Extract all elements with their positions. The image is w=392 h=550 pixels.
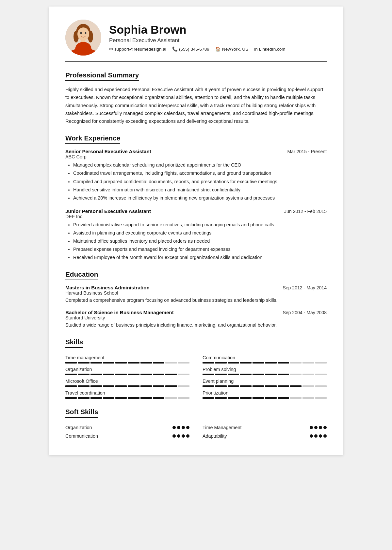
skill-segment (128, 362, 139, 364)
skill-dots (310, 434, 327, 438)
skill-segment (240, 374, 252, 375)
skill-segment (253, 374, 264, 375)
job-header: Senior Personal Executive AssistantMar 2… (65, 149, 327, 154)
edu-date: Sep 2004 - May 2008 (283, 310, 327, 315)
soft-skill-item: Organization (65, 425, 189, 430)
skill-segment (253, 397, 264, 399)
skill-segment (203, 385, 214, 387)
location-icon: 🏠 (215, 46, 221, 52)
skill-segment (215, 374, 226, 375)
skill-segment (115, 385, 127, 387)
header-info: Sophia Brown Personal Executive Assistan… (109, 24, 327, 52)
job-title: Junior Personal Executive Assistant (65, 208, 151, 214)
candidate-name: Sophia Brown (109, 24, 327, 36)
soft-skill-name: Time Management (203, 425, 241, 430)
skill-segment (228, 385, 239, 387)
skill-dot (310, 426, 313, 429)
edu-description: Studied a wide range of business princip… (65, 322, 327, 329)
skill-segment (215, 362, 226, 364)
skill-segment (103, 362, 114, 364)
job-entry: Senior Personal Executive AssistantMar 2… (65, 149, 327, 202)
skill-segment (315, 385, 327, 387)
skill-dots (172, 426, 189, 429)
skill-segment (115, 397, 127, 399)
skill-dot (182, 434, 185, 438)
edu-degree: Masters in Business Administration (65, 285, 150, 290)
skill-segment (240, 397, 252, 399)
job-company: DEF Inc. (65, 214, 327, 219)
skill-name: Problem solving (203, 367, 327, 372)
skill-segment (203, 374, 214, 375)
skill-segment (78, 397, 89, 399)
skill-dot (186, 426, 189, 429)
skill-segment (128, 374, 139, 375)
skill-segment (178, 385, 189, 387)
skill-segment (153, 362, 164, 364)
skill-segment (215, 397, 226, 399)
skill-dot (177, 426, 180, 429)
soft-skill-name: Adaptability (203, 433, 227, 439)
skill-segment (315, 397, 327, 399)
summary-text: Highly skilled and experienced Personal … (65, 86, 327, 125)
edu-description: Completed a comprehensive program focusi… (65, 297, 327, 304)
skill-bar (65, 362, 189, 364)
skill-segment (240, 362, 252, 364)
skill-segment (228, 374, 239, 375)
skills-section: Skills Time managementCommunicationOrgan… (65, 338, 327, 399)
job-header: Junior Personal Executive AssistantJun 2… (65, 208, 327, 214)
skill-segment (278, 397, 289, 399)
job-date: Jun 2012 - Feb 2015 (284, 209, 327, 214)
skill-dot (314, 434, 318, 438)
svg-point-6 (85, 32, 87, 34)
skill-segment (90, 362, 102, 364)
skill-segment (265, 385, 276, 387)
skill-segment (302, 385, 314, 387)
header-section: Sophia Brown Personal Executive Assistan… (65, 20, 327, 62)
phone-icon: 📞 (172, 46, 178, 52)
skill-segment (115, 374, 127, 375)
skill-segment (65, 374, 77, 375)
skill-segment (103, 374, 114, 375)
skill-dots (310, 426, 327, 429)
skill-segment (278, 385, 289, 387)
skill-segment (128, 385, 139, 387)
skill-name: Event planning (203, 379, 327, 384)
summary-title: Professional Summary (65, 71, 139, 81)
skill-item: Microsoft Office (65, 379, 189, 387)
edu-header: Bachelor of Science in Business Manageme… (65, 310, 327, 315)
skill-segment (165, 385, 177, 387)
skill-segment (165, 397, 177, 399)
soft-skills-title: Soft Skills (65, 408, 98, 418)
skill-dot (186, 434, 189, 438)
skill-segment (140, 374, 152, 375)
skill-bar (65, 385, 189, 387)
skill-dot (319, 426, 322, 429)
skill-dot (172, 434, 176, 438)
skill-segment (178, 397, 189, 399)
skill-segment (278, 362, 289, 364)
skill-item: Problem solving (203, 367, 327, 375)
skill-segment (290, 362, 302, 364)
skill-name: Prioritization (203, 390, 327, 396)
email-contact: ✉ support@resumedesign.ai (109, 46, 166, 52)
skill-segment (265, 374, 276, 375)
skill-segment (128, 397, 139, 399)
job-bullets: Provided administrative support to senio… (65, 221, 327, 261)
skill-bar (203, 397, 327, 399)
skill-segment (153, 385, 164, 387)
phone-contact: 📞 (555) 345-6789 (172, 46, 209, 52)
candidate-title: Personal Executive Assistant (109, 37, 327, 44)
email-icon: ✉ (109, 46, 113, 52)
skill-dot (172, 426, 176, 429)
skill-segment (65, 397, 77, 399)
skill-segment (290, 397, 302, 399)
job-company: ABC Corp (65, 154, 327, 159)
skill-item: Time management (65, 355, 189, 364)
summary-section: Professional Summary Highly skilled and … (65, 71, 327, 125)
linkedin-contact: in LinkedIn.com (254, 46, 285, 52)
education-entry: Bachelor of Science in Business Manageme… (65, 310, 327, 329)
skill-bar (203, 374, 327, 375)
skill-segment (90, 397, 102, 399)
list-item: Provided administrative support to senio… (73, 221, 327, 229)
skill-dot (319, 434, 322, 438)
